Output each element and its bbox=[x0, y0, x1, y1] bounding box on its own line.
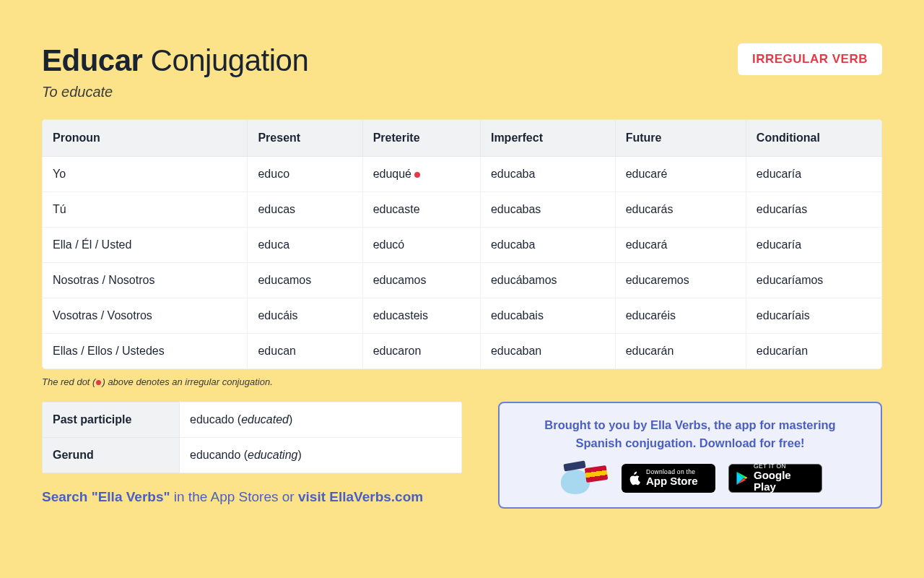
conjugation-cell: educarían bbox=[746, 334, 881, 369]
conjugation-cell: educarán bbox=[615, 334, 746, 369]
conjugation-cell: educaste bbox=[362, 192, 480, 228]
pronoun-cell: Ellas / Ellos / Ustedes bbox=[43, 334, 248, 369]
conjugation-cell: educaba bbox=[480, 228, 615, 263]
conjugation-cell: educó bbox=[362, 228, 480, 263]
column-header: Imperfect bbox=[480, 120, 615, 157]
conjugation-cell: educarías bbox=[746, 192, 881, 228]
search-hint: Search "Ella Verbs" in the App Stores or… bbox=[42, 489, 462, 505]
pronoun-cell: Ella / Él / Usted bbox=[43, 228, 248, 263]
column-header: Preterite bbox=[362, 120, 480, 157]
conjugation-cell: educará bbox=[615, 228, 746, 263]
conjugation-cell: educabais bbox=[480, 298, 615, 334]
verb-name: Educar bbox=[42, 43, 142, 77]
form-value: educado (educated) bbox=[180, 402, 462, 438]
table-row: Ellas / Ellos / Ustedeseducaneducaronedu… bbox=[43, 334, 882, 369]
conjugation-cell: educa bbox=[248, 228, 362, 263]
pronoun-cell: Yo bbox=[43, 157, 248, 192]
table-row: Nosotras / Nosotroseducamoseducamoseducá… bbox=[43, 263, 882, 298]
table-row: Túeducaseducasteeducabaseducaráseducaría… bbox=[43, 192, 882, 228]
verb-forms-table: Past participleeducado (educated)Gerunde… bbox=[42, 402, 462, 473]
form-label: Past participle bbox=[43, 402, 180, 438]
apple-icon bbox=[628, 471, 641, 486]
conjugation-cell: educabas bbox=[480, 192, 615, 228]
conjugation-cell: educaríamos bbox=[746, 263, 881, 298]
conjugation-cell: educasteis bbox=[362, 298, 480, 334]
promo-box: Brought to you by Ella Verbs, the app fo… bbox=[498, 402, 882, 509]
form-value: educando (educating) bbox=[180, 438, 462, 473]
pronoun-cell: Vosotras / Vosotros bbox=[43, 298, 248, 334]
conjugation-cell: eduqué bbox=[362, 157, 480, 192]
conjugation-cell: educaremos bbox=[615, 263, 746, 298]
page-title: Educar Conjugation bbox=[42, 43, 308, 78]
conjugation-cell: educas bbox=[248, 192, 362, 228]
conjugation-cell: educamos bbox=[362, 263, 480, 298]
conjugation-cell: educo bbox=[248, 157, 362, 192]
google-play-icon bbox=[736, 471, 749, 486]
google-play-button[interactable]: GET IT ON Google Play bbox=[728, 464, 822, 493]
irregular-badge: IRREGULAR VERB bbox=[738, 43, 882, 75]
table-row: Ella / Él / Ustededucaeducóeducabaeducar… bbox=[43, 228, 882, 263]
column-header: Pronoun bbox=[43, 120, 248, 157]
app-store-button[interactable]: Download on the App Store bbox=[622, 464, 715, 493]
conjugation-cell: educaré bbox=[615, 157, 746, 192]
irregular-legend: The red dot () above denotes an irregula… bbox=[42, 376, 882, 387]
form-row: Past participleeducado (educated) bbox=[43, 402, 462, 438]
column-header: Future bbox=[615, 120, 746, 157]
form-row: Gerundeducando (educating) bbox=[43, 438, 462, 473]
conjugation-cell: educaba bbox=[480, 157, 615, 192]
promo-text: Brought to you by Ella Verbs, the app fo… bbox=[514, 416, 866, 452]
conjugation-cell: educaría bbox=[746, 228, 881, 263]
conjugation-cell: educáis bbox=[248, 298, 362, 334]
column-header: Conditional bbox=[746, 120, 881, 157]
pronoun-cell: Tú bbox=[43, 192, 248, 228]
conjugation-cell: educan bbox=[248, 334, 362, 369]
column-header: Present bbox=[248, 120, 362, 157]
form-label: Gerund bbox=[43, 438, 180, 473]
verb-translation: To educate bbox=[42, 84, 308, 100]
title-suffix: Conjugation bbox=[151, 43, 309, 77]
conjugation-table: PronounPresentPreteriteImperfectFutureCo… bbox=[42, 119, 882, 369]
red-dot-icon bbox=[414, 172, 420, 178]
table-row: Vosotras / Vosotroseducáiseducasteiseduc… bbox=[43, 298, 882, 334]
red-dot-icon bbox=[96, 380, 101, 385]
conjugation-cell: educaría bbox=[746, 157, 881, 192]
conjugation-cell: educaron bbox=[362, 334, 480, 369]
conjugation-cell: educaban bbox=[480, 334, 615, 369]
mascot-icon bbox=[558, 461, 609, 496]
conjugation-cell: educamos bbox=[248, 263, 362, 298]
table-row: Yoeducoeduquéeducabaeducaréeducaría bbox=[43, 157, 882, 192]
conjugation-cell: educaríais bbox=[746, 298, 881, 334]
conjugation-cell: educarás bbox=[615, 192, 746, 228]
pronoun-cell: Nosotras / Nosotros bbox=[43, 263, 248, 298]
conjugation-cell: educaréis bbox=[615, 298, 746, 334]
conjugation-cell: educábamos bbox=[480, 263, 615, 298]
